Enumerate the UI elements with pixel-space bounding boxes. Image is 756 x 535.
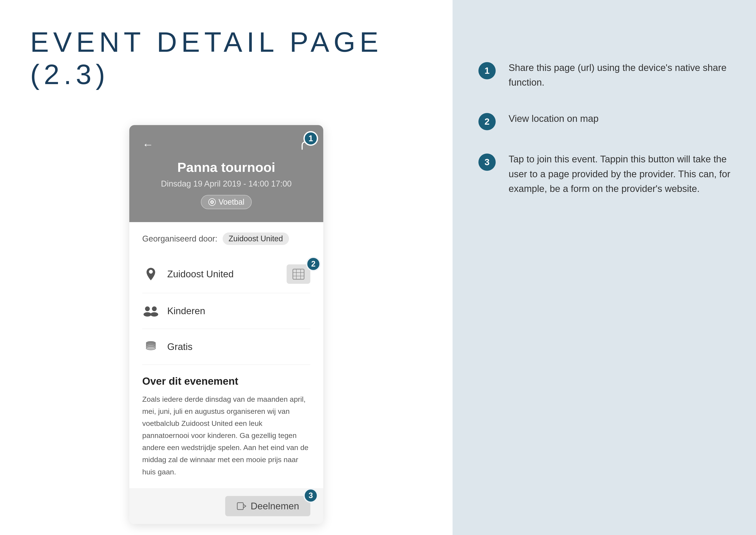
event-footer: Deelnemen 3	[129, 488, 323, 524]
annotation-text-3: Tap to join this event. Tappin this butt…	[509, 152, 735, 196]
annotation-1: 1 Share this page (url) using the device…	[478, 60, 735, 90]
svg-point-2	[211, 201, 213, 203]
join-label: Deelnemen	[251, 501, 299, 512]
event-tag: Voetbal	[201, 195, 252, 209]
organizer-name: Zuidoost United	[223, 233, 289, 245]
annotation-3: 3 Tap to join this event. Tappin this bu…	[478, 152, 735, 196]
audience-icon	[142, 302, 159, 320]
back-button[interactable]: ←	[142, 138, 153, 151]
event-date: Dinsdag 19 April 2019 - 14:00 17:00	[142, 179, 310, 188]
svg-rect-3	[293, 269, 304, 279]
right-panel: 1 Share this page (url) using the device…	[452, 0, 756, 535]
annotation-2: 2 View location on map	[478, 111, 735, 130]
svg-point-8	[145, 306, 150, 311]
location-row: Zuidoost United 2	[142, 255, 310, 293]
about-desc: Zoals iedere derde dinsdag van de maande…	[142, 393, 310, 478]
annotation-text-1: Share this page (url) using the device's…	[509, 60, 735, 90]
share-badge: 1	[304, 131, 318, 146]
event-tag-label: Voetbal	[219, 198, 244, 207]
event-title: Panna tournooi	[142, 159, 310, 175]
price-icon	[142, 338, 159, 355]
svg-point-9	[152, 306, 157, 311]
annotation-badge-3: 3	[478, 154, 496, 171]
price-row: Gratis	[142, 329, 310, 365]
location-icon	[142, 266, 159, 283]
join-badge: 3	[304, 488, 318, 503]
left-panel: EVENT DETAIL PAGE (2.3) ← 1	[0, 0, 452, 535]
annotation-badge-1: 1	[478, 62, 496, 79]
audience-row: Kinderen	[142, 293, 310, 329]
map-button[interactable]: 2	[286, 265, 310, 284]
phone-screen: ← 1 Panna tournooi Dinsda	[129, 125, 323, 524]
organizer-row: Georganiseerd door: Zuidoost United	[142, 233, 310, 245]
svg-rect-19	[237, 503, 243, 510]
event-body: Georganiseerd door: Zuidoost United Zuid…	[129, 222, 323, 488]
audience-text: Kinderen	[167, 306, 205, 316]
annotation-badge-2: 2	[478, 113, 496, 130]
svg-point-18	[146, 347, 156, 350]
svg-point-10	[144, 312, 151, 317]
annotation-text-2: View location on map	[509, 111, 735, 126]
page-title: EVENT DETAIL PAGE (2.3)	[30, 26, 422, 91]
phone-container: ← 1 Panna tournooi Dinsda	[125, 125, 328, 524]
share-button-wrap: 1	[299, 139, 310, 150]
about-title: Over dit evenement	[142, 375, 310, 387]
location-text: Zuidoost United	[167, 269, 233, 279]
svg-point-11	[150, 312, 158, 317]
map-badge: 2	[306, 257, 321, 271]
header-nav: ← 1	[142, 138, 310, 151]
price-text: Gratis	[167, 341, 192, 352]
join-button[interactable]: Deelnemen 3	[225, 496, 310, 516]
organizer-label: Georganiseerd door:	[142, 234, 217, 243]
event-header: ← 1 Panna tournooi Dinsda	[129, 125, 323, 222]
